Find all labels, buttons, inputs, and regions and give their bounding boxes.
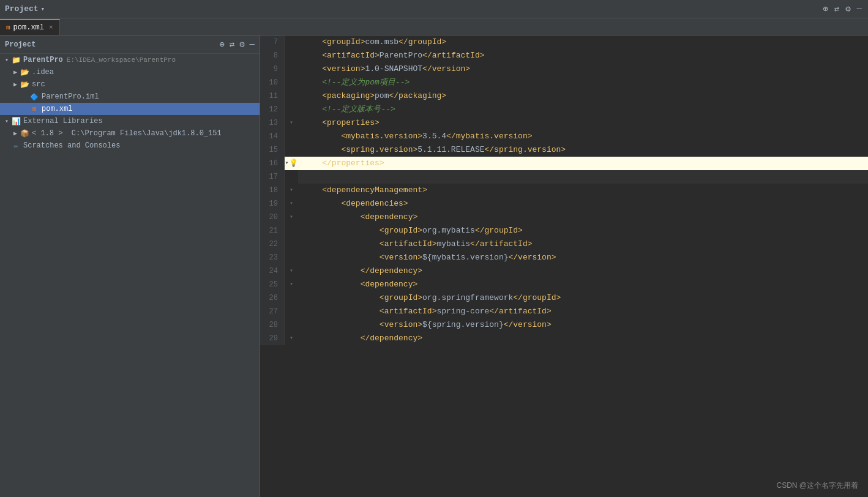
line-code-23: <version>${mybatis.version}</version>	[298, 251, 556, 264]
tree-item-label: ParentPro.iml	[42, 92, 99, 101]
fold-icon-29[interactable]: ▾	[290, 332, 293, 345]
line-gutter-11	[285, 89, 298, 103]
line-code-27: <artifactId>spring-core</artifactId>	[298, 305, 552, 318]
code-line-25: 25 ▾ <dependency>	[260, 278, 868, 291]
line-code-24: </dependency>	[298, 264, 422, 278]
arrow-icon: ▾	[2, 56, 11, 64]
sidebar-add-icon[interactable]: ⊕	[219, 39, 224, 50]
tree-item-scratches[interactable]: ✏️ Scratches and Consoles	[0, 140, 260, 152]
code-line-19: 19 ▾ <dependencies>	[260, 197, 868, 211]
tree-item-idea[interactable]: ▶ 📂 .idea	[0, 66, 260, 78]
sidebar-minimize-icon[interactable]: —	[250, 39, 255, 50]
line-code-20: <dependency>	[298, 211, 417, 224]
line-gutter-9	[285, 62, 298, 76]
line-gutter-10	[285, 76, 298, 89]
sync-icon[interactable]: ⇄	[833, 2, 840, 15]
line-number-13: 13	[260, 116, 285, 130]
tree-item-iml[interactable]: 🔷 ParentPro.iml	[0, 91, 260, 103]
code-line-10: 10 <!--定义为pom项目-->	[260, 76, 868, 89]
tree-item-label: < 1.8 > C:\Program Files\Java\jdk1.8.0_1…	[32, 129, 222, 138]
line-gutter-24[interactable]: ▾	[285, 264, 298, 278]
code-line-13: 13 ▾ <properties>	[260, 116, 868, 130]
tree-item-external-libs[interactable]: ▾ 📊 External Libraries	[0, 115, 260, 127]
code-line-23: 23 <version>${mybatis.version}</version>	[260, 251, 868, 264]
fold-icon-19[interactable]: ▾	[290, 197, 293, 211]
line-gutter-15	[285, 143, 298, 157]
tab-pom-xml[interactable]: m pom.xml ×	[0, 19, 60, 35]
sidebar-sync-icon[interactable]: ⇄	[230, 39, 234, 50]
line-number-26: 26	[260, 291, 285, 305]
code-line-11: 11 <packaging>pom</packaging>	[260, 89, 868, 103]
arrow-icon: ▾	[2, 118, 11, 125]
code-line-27: 27 <artifactId>spring-core</artifactId>	[260, 305, 868, 318]
sidebar-title: Project	[5, 40, 219, 49]
line-gutter-20[interactable]: ▾	[285, 211, 298, 224]
fold-icon-18[interactable]: ▾	[290, 184, 293, 197]
line-code-13: <properties>	[298, 116, 380, 130]
tree-item-parentpro[interactable]: ▾ 📁 ParentPro E:\IDEA_workspace\ParentPr…	[0, 54, 260, 66]
line-gutter-21	[285, 224, 298, 237]
line-number-29: 29	[260, 332, 285, 345]
add-module-icon[interactable]: ⊕	[821, 2, 829, 15]
code-line-8: 8 <artifactId>ParentPro</artifactId>	[260, 49, 868, 62]
iml-file-icon: 🔷	[29, 92, 39, 102]
maven-file-icon: m	[29, 104, 39, 114]
folder-icon: 📂	[20, 80, 29, 89]
line-gutter-25[interactable]: ▾	[285, 278, 298, 291]
line-number-12: 12	[260, 103, 285, 116]
line-code-12: <!--定义版本号-->	[298, 103, 395, 116]
line-code-11: <packaging>pom</packaging>	[298, 89, 446, 103]
fold-icon-13[interactable]: ▾	[290, 116, 293, 130]
line-number-15: 15	[260, 143, 285, 157]
project-label: Project	[5, 4, 39, 13]
line-number-14: 14	[260, 130, 285, 143]
line-gutter-16[interactable]: ▾ 💡	[285, 157, 298, 170]
code-line-29: 29 ▾ </dependency>	[260, 332, 868, 345]
line-code-21: <groupId>org.mybatis</groupId>	[298, 224, 523, 237]
bulb-icon-16[interactable]: 💡	[289, 157, 298, 170]
tree-item-jdk[interactable]: ▶ 📦 < 1.8 > C:\Program Files\Java\jdk1.8…	[0, 127, 260, 140]
code-line-26: 26 <groupId>org.springframework</groupId…	[260, 291, 868, 305]
line-gutter-13[interactable]: ▾	[285, 116, 298, 130]
line-number-20: 20	[260, 211, 285, 224]
line-gutter-29[interactable]: ▾	[285, 332, 298, 345]
tree-item-label: .idea	[32, 68, 54, 77]
code-line-17: 17	[260, 170, 868, 184]
code-editor[interactable]: 7 <groupId>com.msb</groupId> 8 <artifact…	[260, 36, 868, 497]
settings-icon[interactable]: ⚙	[844, 2, 851, 15]
line-gutter-8	[285, 49, 298, 62]
line-gutter-19[interactable]: ▾	[285, 197, 298, 211]
sidebar-settings-icon[interactable]: ⚙	[239, 39, 244, 50]
tree-item-label: ParentPro	[23, 56, 63, 64]
line-number-8: 8	[260, 49, 285, 62]
line-code-10: <!--定义为pom项目-->	[298, 76, 410, 89]
tree-item-pom-xml[interactable]: m pom.xml	[0, 103, 260, 115]
project-dropdown-icon[interactable]: ▾	[41, 5, 45, 13]
tree-item-src[interactable]: ▶ 📂 src	[0, 78, 260, 91]
fold-icon-25[interactable]: ▾	[290, 278, 293, 291]
code-content[interactable]: 7 <groupId>com.msb</groupId> 8 <artifact…	[260, 36, 868, 497]
line-gutter-18[interactable]: ▾	[285, 184, 298, 197]
code-line-28: 28 <version>${spring.version}</version>	[260, 318, 868, 332]
line-code-17	[298, 170, 303, 184]
line-code-25: <dependency>	[298, 278, 417, 291]
line-code-19: <dependencies>	[298, 197, 408, 211]
fold-icon-24[interactable]: ▾	[290, 264, 293, 278]
line-number-24: 24	[260, 264, 285, 278]
line-code-8: <artifactId>ParentPro</artifactId>	[298, 49, 485, 62]
minimize-icon[interactable]: —	[856, 2, 863, 15]
sidebar: Project ⊕ ⇄ ⚙ — ▾ 📁 ParentPro E:\IDEA_wo…	[0, 36, 260, 497]
code-line-21: 21 <groupId>org.mybatis</groupId>	[260, 224, 868, 237]
line-number-11: 11	[260, 89, 285, 103]
folder-icon: 📂	[20, 67, 29, 77]
line-code-18: <dependencyManagement>	[298, 184, 427, 197]
tab-bar: m pom.xml ×	[0, 18, 868, 36]
maven-icon: m	[6, 24, 10, 31]
line-code-9: <version>1.0-SNAPSHOT</version>	[298, 62, 470, 76]
fold-icon-20[interactable]: ▾	[290, 211, 293, 224]
line-gutter-17	[285, 170, 298, 184]
scratch-icon: ✏️	[11, 141, 21, 151]
line-gutter-28	[285, 318, 298, 332]
tab-close-button[interactable]: ×	[49, 24, 53, 31]
folder-open-icon: 📁	[11, 55, 21, 65]
